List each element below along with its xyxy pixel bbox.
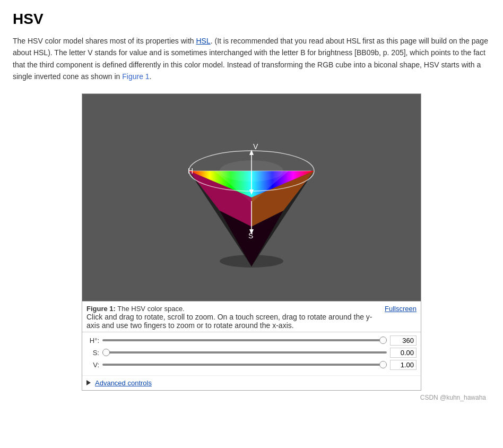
figure-canvas[interactable]: V H S — [82, 94, 421, 301]
s-value-input[interactable] — [390, 348, 417, 358]
h-slider-row: H°: — [86, 335, 417, 346]
figure-caption-bar: Figure 1: The HSV color space. Click and… — [82, 301, 421, 332]
fullscreen-link[interactable]: Fullscreen — [385, 305, 417, 313]
figure-container: V H S Figure 1: The HSV color space. Cli… — [82, 93, 421, 391]
controls-section: H°: S: V: — [82, 332, 421, 375]
v-label: V: — [86, 361, 99, 369]
hsv-cone-svg: V H S — [172, 120, 331, 274]
v-slider-track — [102, 360, 387, 369]
hsl-link[interactable]: HSL — [196, 37, 210, 45]
watermark: CSDN @kuhn_hawaha — [13, 394, 490, 401]
h-label: H°: — [86, 337, 99, 344]
figure-caption-sub: Click and drag to rotate, scroll to zoom… — [86, 313, 385, 330]
h-slider-track — [102, 335, 387, 345]
triangle-icon — [86, 380, 91, 385]
figure-caption-bold: Figure 1: — [86, 305, 116, 313]
figure-caption-text-span: The HSV color space. — [116, 305, 185, 313]
s-label: S: — [86, 349, 99, 357]
s-slider-track — [102, 348, 387, 357]
v-slider[interactable] — [102, 364, 387, 366]
advanced-controls-link[interactable]: Advanced controls — [95, 379, 152, 387]
v-value-input[interactable] — [390, 360, 417, 370]
figure-caption-content: Figure 1: The HSV color space. Click and… — [86, 305, 385, 330]
v-slider-row: V: — [86, 360, 417, 370]
figure1-reference: Figure 1 — [122, 72, 149, 81]
advanced-controls-row: Advanced controls — [82, 375, 421, 390]
figure-caption-main: Figure 1: The HSV color space. — [86, 305, 384, 313]
intro-paragraph: The HSV color model shares most of its p… — [13, 35, 490, 83]
v-label-text: V — [253, 142, 258, 151]
h-slider[interactable] — [102, 339, 387, 341]
page-title: HSV — [13, 11, 490, 28]
s-slider[interactable] — [102, 351, 387, 354]
s-slider-row: S: — [86, 348, 417, 358]
h-value-input[interactable] — [390, 335, 417, 346]
